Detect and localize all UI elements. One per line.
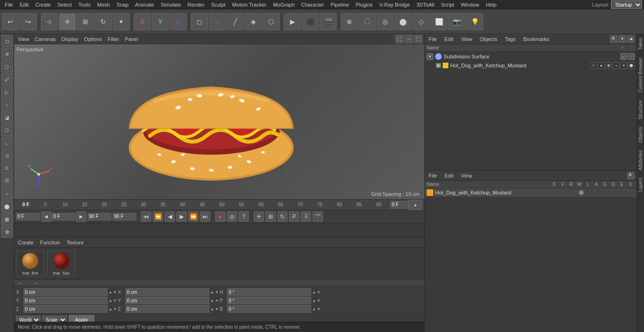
obj-menu-edit[interactable]: Edit: [443, 36, 455, 42]
tc-play-forward[interactable]: ▶: [176, 211, 187, 222]
custom-button[interactable]: ✦: [113, 13, 130, 30]
viewport-menu-filter[interactable]: Filter: [106, 36, 121, 42]
material-swatch-bread[interactable]: mat_Bre: [16, 251, 44, 276]
attr-dot-6[interactable]: [607, 190, 612, 195]
menu-snap[interactable]: Snap: [114, 1, 132, 8]
coord-tab-1[interactable]: --: [16, 280, 23, 286]
menu-tools[interactable]: Tools: [75, 1, 93, 8]
edge-mode-button[interactable]: ╱: [227, 13, 244, 30]
scale-button[interactable]: ⊞: [77, 13, 94, 30]
vtab-content-browser[interactable]: Content Browser: [637, 54, 644, 96]
menu-vray[interactable]: V-Ray Bridge: [377, 1, 413, 8]
sidebar-tool12-button[interactable]: ✿: [1, 226, 13, 238]
coord-y-down[interactable]: ▼: [113, 299, 117, 303]
viewport-icon-arrow[interactable]: ↔: [405, 35, 413, 43]
obj-search-icon[interactable]: 🔍: [610, 35, 618, 43]
menu-render[interactable]: Render: [185, 1, 207, 8]
coord-x-up[interactable]: ▲: [108, 290, 112, 294]
obj-menu-bookmarks[interactable]: Bookmarks: [521, 36, 551, 42]
menu-create[interactable]: Create: [33, 1, 54, 8]
menu-mesh[interactable]: Mesh: [94, 1, 113, 8]
tc-move-keys[interactable]: ✛: [254, 211, 264, 222]
vtab-objects[interactable]: Objects: [637, 123, 644, 146]
attr-dot-10[interactable]: [630, 190, 635, 195]
subd-check2[interactable]: ✓: [628, 53, 635, 60]
camera-button[interactable]: 📷: [448, 13, 465, 30]
coord-b-input[interactable]: [227, 305, 311, 313]
attributes-hotdog-row[interactable]: Hot_Dog_with_Ketchup_Mustard: [425, 188, 636, 197]
sidebar-sculpt-button[interactable]: ⊛: [1, 48, 13, 60]
menu-edit[interactable]: Edit: [17, 1, 32, 8]
attr-menu-view[interactable]: View: [459, 172, 474, 179]
menu-sculpt[interactable]: Sculpt: [208, 1, 229, 8]
tc-auto-key[interactable]: ◎: [227, 211, 237, 222]
menu-simulate[interactable]: Simulate: [158, 1, 184, 8]
coord-ysize-down[interactable]: ▼: [215, 299, 219, 303]
tc-skip-end[interactable]: ⏭: [200, 211, 210, 222]
coord-p-down[interactable]: ▼: [317, 299, 321, 303]
viewport-menu-view[interactable]: View: [16, 36, 31, 42]
frame-end-field[interactable]: [88, 213, 111, 220]
frame-end-field2[interactable]: [113, 213, 136, 220]
coord-xsize-down[interactable]: ▼: [215, 290, 219, 294]
coord-h-down[interactable]: ▼: [317, 290, 321, 294]
hotdog-expand-icon[interactable]: ▶: [436, 63, 441, 68]
tc-arrow-left[interactable]: ◄: [41, 211, 51, 222]
tc-step-forward[interactable]: ⏩: [188, 211, 198, 222]
sidebar-tool7-button[interactable]: ©: [1, 162, 13, 174]
render-button[interactable]: 🎬: [320, 13, 337, 30]
point-mode-button[interactable]: ·: [209, 13, 226, 30]
vtab-attributes[interactable]: Attributes: [637, 146, 644, 174]
tc-rotate-keys[interactable]: ↻: [277, 211, 288, 222]
viewport-icon-fullscreen[interactable]: ⛶: [414, 35, 422, 43]
hotdog-icon-small5[interactable]: ⊕: [620, 62, 627, 69]
vtab-structure[interactable]: Structure: [637, 97, 644, 123]
tc-step-back[interactable]: ⏪: [153, 211, 163, 222]
coord-z-pos-input[interactable]: [24, 305, 107, 313]
menu-pipeline[interactable]: Pipeline: [328, 1, 352, 8]
redo-button[interactable]: ↪: [20, 13, 37, 30]
sidebar-bp-button[interactable]: 🖊: [1, 73, 13, 85]
tc-play-back[interactable]: ◀: [165, 211, 175, 222]
sidebar-tool10-button[interactable]: ⬤: [1, 200, 13, 212]
coord-x-pos-input[interactable]: [24, 288, 107, 296]
menu-character[interactable]: Character: [298, 1, 327, 8]
tc-key-all[interactable]: P: [289, 211, 299, 222]
tc-skip-start[interactable]: ⏮: [141, 211, 151, 222]
sidebar-uv-button[interactable]: ⬡: [1, 60, 13, 73]
coord-z-up[interactable]: ▲: [108, 307, 112, 311]
x-axis-button[interactable]: X: [134, 13, 151, 30]
timeline-ruler[interactable]: 0 F 5 10 15 20 25 30 35 40 45 50 55 60 6…: [14, 200, 424, 210]
sidebar-tool5-button[interactable]: ∟: [1, 137, 13, 149]
tc-dots[interactable]: ⠿: [301, 211, 311, 222]
menu-3dtoall[interactable]: 3DToAll: [413, 1, 437, 8]
subd-check1[interactable]: ✓: [620, 53, 627, 60]
sidebar-tool11-button[interactable]: ▦: [1, 213, 13, 225]
obj-menu-view[interactable]: View: [459, 36, 474, 42]
coord-b-up[interactable]: ▲: [312, 307, 316, 311]
coord-p-up[interactable]: ▲: [312, 299, 316, 303]
hotdog-icon-small1[interactable]: ⊙: [590, 62, 597, 69]
menu-mograph[interactable]: MoGraph: [270, 1, 297, 8]
polygon-mode-button[interactable]: ◈: [245, 13, 262, 30]
sidebar-tool1-button[interactable]: ▷: [1, 86, 13, 98]
floor-button[interactable]: ⬜: [430, 13, 447, 30]
viewport-menu-display[interactable]: Display: [59, 36, 80, 42]
coord-tab-2[interactable]: --: [33, 280, 40, 286]
attr-dot-9[interactable]: [624, 190, 629, 195]
menu-help[interactable]: Help: [483, 1, 500, 8]
coord-xsize-up[interactable]: ▲: [210, 290, 214, 294]
viewport-3d[interactable]: X Y Z Perspective Grid Spacing : 10 cm: [14, 44, 424, 199]
sidebar-tool8-button[interactable]: Ⓢ: [1, 175, 13, 187]
attr-dot-3[interactable]: [590, 190, 595, 195]
menu-plugins[interactable]: Plugins: [353, 1, 375, 8]
tc-arrow-right[interactable]: ►: [76, 211, 86, 222]
sidebar-tool3-button[interactable]: ◪: [1, 111, 13, 123]
attr-search-icon[interactable]: 🔍: [627, 172, 635, 179]
attr-dot-8[interactable]: [619, 190, 623, 195]
render-view-button[interactable]: ▶: [284, 13, 301, 30]
coord-z-down[interactable]: ▼: [113, 307, 117, 311]
attr-dot-7[interactable]: [613, 190, 618, 195]
material-swatch-sausage[interactable]: mat_Sau: [47, 251, 75, 276]
hotdog-icon-small6[interactable]: ⬤: [628, 62, 635, 69]
